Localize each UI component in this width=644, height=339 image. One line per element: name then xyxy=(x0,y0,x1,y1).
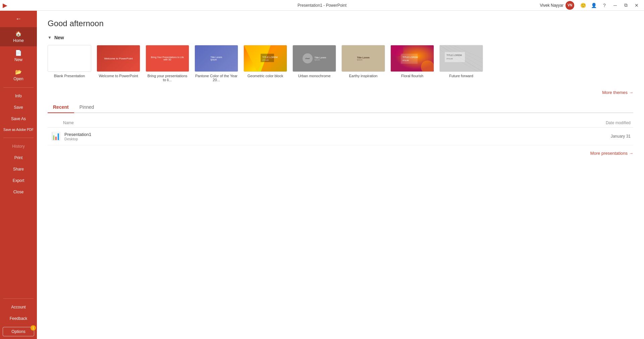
sidebar-item-share[interactable]: Share xyxy=(0,163,37,175)
template-earthy[interactable]: Title Lorem Ipsum Earthy inspiration xyxy=(341,45,385,82)
sidebar-item-info[interactable]: Info xyxy=(0,90,37,102)
svg-text:TITLE LOREM: TITLE LOREM xyxy=(446,54,462,56)
template-future[interactable]: TITLE LOREM IPSUM Future forward xyxy=(439,45,483,82)
sidebar-item-export-label: Export xyxy=(13,178,24,183)
section-chevron[interactable]: ▼ xyxy=(48,35,52,40)
sidebar-item-home-label: Home xyxy=(13,38,24,43)
more-presentations-label: More presentations xyxy=(590,151,628,156)
svg-text:TITLE LOREM: TITLE LOREM xyxy=(262,56,278,58)
svg-rect-17 xyxy=(445,52,465,62)
sidebar-item-export[interactable]: Export xyxy=(0,175,37,186)
sidebar-item-account[interactable]: Account xyxy=(0,301,37,313)
template-label-urban: Urban monochrome xyxy=(298,74,330,78)
thumb-bring: Bring Your Presentations to Life with 3D xyxy=(146,45,189,71)
template-label-future: Future forward xyxy=(449,74,473,78)
user-name: Vivek Nayyar xyxy=(540,3,564,8)
thumb-pantone: Title LoremIpsum xyxy=(195,45,238,71)
app-body: ← 🏠 Home 📄 New 📂 Open Info Save Save As … xyxy=(0,11,644,339)
tab-recent[interactable]: Recent xyxy=(48,102,74,113)
more-presentations-link[interactable]: More presentations → xyxy=(590,151,633,156)
close-button[interactable]: ✕ xyxy=(632,1,641,10)
help-button[interactable]: ? xyxy=(600,1,609,10)
sidebar-item-feedback[interactable]: Feedback xyxy=(0,313,37,324)
sidebar-item-close[interactable]: Close xyxy=(0,186,37,198)
col-name-header: Name xyxy=(50,120,564,125)
sidebar-item-save-as-label: Save As xyxy=(11,116,26,121)
svg-text:IPSUM: IPSUM xyxy=(446,58,453,60)
sidebar-item-new-label: New xyxy=(14,57,22,62)
geometric-svg: TITLE LOREM IPSUM xyxy=(244,45,287,72)
sidebar-item-save-as[interactable]: Save As xyxy=(0,113,37,125)
template-thumb-floral: TITLE LOREM IPSUM xyxy=(390,45,434,72)
template-blank[interactable]: Blank Presentation xyxy=(48,45,91,82)
more-presentations-row: More presentations → xyxy=(48,151,633,156)
more-themes-link[interactable]: More themes → xyxy=(602,90,633,95)
user-info: Vivek Nayyar VN xyxy=(540,1,574,10)
thumb-geometric: TITLE LOREM IPSUM xyxy=(244,45,287,71)
sidebar-item-save-label: Save xyxy=(14,105,23,110)
col-date-header: Date modified xyxy=(564,120,631,125)
greeting: Good afternoon xyxy=(48,19,633,28)
sidebar-item-home[interactable]: 🏠 Home xyxy=(0,27,37,46)
template-thumb-geometric: TITLE LOREM IPSUM xyxy=(244,45,287,72)
tab-pinned[interactable]: Pinned xyxy=(74,102,100,113)
template-label-bring: Bring your presentations to li... xyxy=(146,74,189,82)
account-button[interactable]: 👤 xyxy=(589,1,598,10)
options-badge: 1 xyxy=(31,325,36,331)
template-label-geometric: Geometric color block xyxy=(248,74,283,78)
files-table: Name Date modified 📊 Presentation1 Deskt… xyxy=(48,118,633,145)
template-label-floral: Floral flourish xyxy=(401,74,423,78)
sidebar-divider-1 xyxy=(3,87,34,88)
file-icon-wrap: 📊 xyxy=(50,131,61,142)
new-section-label: New xyxy=(54,35,64,40)
sidebar-item-open[interactable]: 📂 Open xyxy=(0,65,37,85)
emoji-button[interactable]: 🙂 xyxy=(578,1,588,10)
sidebar-item-print-label: Print xyxy=(14,155,23,160)
files-header: Name Date modified xyxy=(48,118,633,128)
sidebar-bottom: Account Feedback Options 1 xyxy=(0,296,37,339)
minimize-button[interactable]: ─ xyxy=(610,1,620,10)
sidebar-item-history[interactable]: History xyxy=(0,141,37,152)
pptx-icon: 📊 xyxy=(51,132,60,141)
home-icon: 🏠 xyxy=(15,31,22,37)
new-section-header: ▼ New xyxy=(48,35,633,40)
restore-button[interactable]: ⧉ xyxy=(621,1,631,10)
sidebar-item-new[interactable]: 📄 New xyxy=(0,46,37,65)
thumb-floral: TITLE LOREM IPSUM xyxy=(391,45,434,71)
svg-text:IPSUM: IPSUM xyxy=(262,59,269,61)
template-floral[interactable]: TITLE LOREM IPSUM Floral flourish xyxy=(390,45,434,82)
file-row[interactable]: 📊 Presentation1 Desktop January 31 xyxy=(48,128,633,145)
back-button[interactable]: ← xyxy=(0,11,37,27)
sidebar-item-print[interactable]: Print xyxy=(0,152,37,163)
template-label-welcome: Welcome to PowerPoint xyxy=(99,74,138,78)
template-urban[interactable]: chart Title Lorem Ipsum Urban monochrome xyxy=(292,45,336,82)
template-bring[interactable]: Bring Your Presentations to Life with 3D… xyxy=(146,45,189,82)
file-name-col: 📊 Presentation1 Desktop xyxy=(50,131,564,142)
template-pantone[interactable]: Title LoremIpsum Pantone Color of the Ye… xyxy=(195,45,238,82)
file-location: Desktop xyxy=(64,137,91,141)
thumb-urban: chart Title Lorem Ipsum xyxy=(293,45,336,71)
template-thumb-welcome: Welcome to PowerPoint xyxy=(97,45,140,72)
template-thumb-blank xyxy=(48,45,91,72)
more-themes-row: More themes → xyxy=(48,90,633,95)
template-label-blank: Blank Presentation xyxy=(54,74,85,78)
svg-text:IPSUM: IPSUM xyxy=(402,59,409,61)
options-label: Options xyxy=(11,329,25,334)
template-label-pantone: Pantone Color of the Year 20... xyxy=(195,74,238,82)
thumb-welcome: Welcome to PowerPoint xyxy=(97,45,140,71)
template-thumb-earthy: Title Lorem Ipsum xyxy=(341,45,385,72)
file-name: Presentation1 xyxy=(64,132,91,137)
svg-rect-8 xyxy=(401,54,418,64)
sidebar-item-save-adobe[interactable]: Save as Adobe PDF xyxy=(0,125,37,135)
file-date: January 31 xyxy=(564,134,631,139)
template-label-earthy: Earthy inspiration xyxy=(349,74,378,78)
sidebar-item-save[interactable]: Save xyxy=(0,102,37,113)
more-themes-label: More themes xyxy=(602,90,628,95)
template-geometric[interactable]: TITLE LOREM IPSUM Geometric color block xyxy=(244,45,287,82)
template-thumb-pantone: Title LoremIpsum xyxy=(195,45,238,72)
titlebar-left: ▶ xyxy=(0,2,9,9)
options-button[interactable]: Options 1 xyxy=(3,327,34,336)
template-welcome[interactable]: Welcome to PowerPoint Welcome to PowerPo… xyxy=(97,45,140,82)
sidebar-divider-3 xyxy=(3,298,34,299)
name-col-label: Name xyxy=(63,120,74,125)
